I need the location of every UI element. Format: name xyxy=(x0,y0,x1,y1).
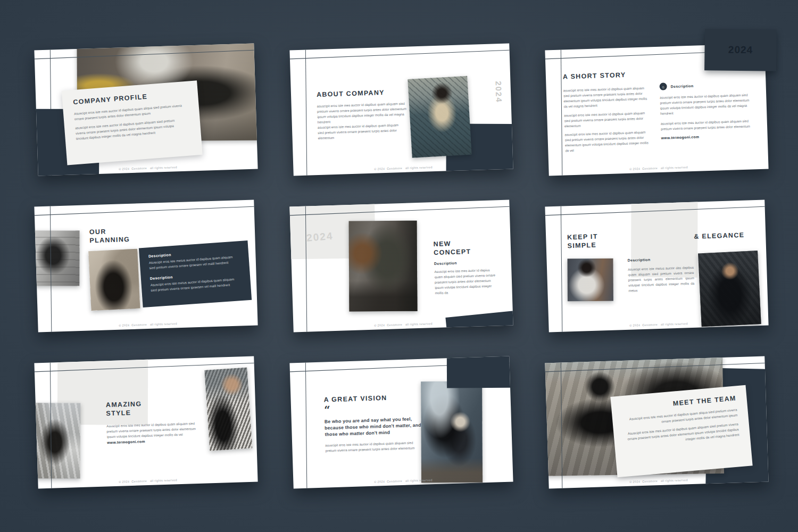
slide-keep-it-simple[interactable]: KEEP IT SIMPLE & ELEGANCE Description As… xyxy=(545,200,768,332)
slide-title-right: & ELEGANCE xyxy=(694,231,744,242)
body-paragraph: asuscipit eros iste mes auctor id dapibu… xyxy=(75,118,185,142)
fence-man-photo xyxy=(698,251,761,327)
title-card: MEET THE TEAM Asuscipit eros iste mes au… xyxy=(610,385,752,478)
slide-amazing-style[interactable]: AMAZING STYLE Asuscipit eros iste mes au… xyxy=(34,356,257,489)
body-paragraph: asuscipit eros iste mes auctor id dapibu… xyxy=(660,92,755,116)
body-paragraph: asuscipit eros iste mes auctor id dapibu… xyxy=(563,85,651,109)
title-line: AMAZING xyxy=(106,400,142,410)
jumping-man-photo xyxy=(421,381,483,483)
left-text-column: asuscipit eros iste mes auctor id dapibu… xyxy=(563,85,653,157)
slide-a-great-vision[interactable]: A GREAT VISION “ Be who you are and say … xyxy=(289,356,513,489)
slide-canvas: 2024 xyxy=(289,200,513,332)
title-line: STYLE xyxy=(106,409,142,418)
slide-title: NEW CONCEPT xyxy=(434,239,471,257)
body-paragraph: asuscipit eros iste mes auctor id dapibu… xyxy=(317,101,407,125)
title-line: CONCEPT xyxy=(434,248,471,257)
title-line: PLANNING xyxy=(89,236,130,245)
slide-title-left: KEEP IT SIMPLE xyxy=(567,232,598,250)
cafe-man-photo xyxy=(349,221,418,312)
dark-corner-shape xyxy=(447,356,513,388)
slide-about-company[interactable]: 2024 ABOUT COMPANY asuscipit eros iste m… xyxy=(289,44,513,176)
body-paragraph: Asuscipt eros iste mes autor id dapius q… xyxy=(434,267,498,295)
title-card: COMPANY PROFILE Asuscipit eros iste mes … xyxy=(62,80,203,165)
description-label: Description xyxy=(671,84,694,88)
decor-vertical-line xyxy=(561,47,563,176)
body-paragraph: asuscipit eros iste mes auctor id dapibu… xyxy=(564,130,652,154)
title-line: SIMPLE xyxy=(567,241,598,250)
year-badge: 2024 xyxy=(704,29,777,71)
decor-vertical-line xyxy=(305,360,307,489)
year-watermark: 2024 xyxy=(306,230,334,244)
quote-text: Be who you are and say what you feel, be… xyxy=(325,415,423,438)
bridge-woman-photo xyxy=(408,76,471,158)
description-panel: Description Asuscipit eros iste metus au… xyxy=(139,240,252,307)
quote-icon: “ xyxy=(324,404,330,415)
body-paragraph: asuscipit eros iste mes auctor id dapibu… xyxy=(564,110,652,129)
right-text-column: ⌂ Description asuscipit eros iste mes au… xyxy=(659,80,755,139)
slide-title: OUR PLANNING xyxy=(89,227,130,245)
body-paragraph: asuscipit eros iste mes auctor id dapibu… xyxy=(318,122,403,141)
slide-new-concept[interactable]: 2024 NEW CONCEPT Description Asuscipt er… xyxy=(289,200,513,332)
stairs-woman-photo xyxy=(34,230,79,286)
slide-our-planning[interactable]: OUR PLANNING Description Asuscipit eros … xyxy=(34,200,257,332)
body-paragraph: Asuscipt eros iste metus auctor das dapi… xyxy=(628,265,694,293)
decor-vertical-line xyxy=(561,203,563,332)
year-text: 2024 xyxy=(728,44,753,56)
decor-vertical-line xyxy=(305,47,307,176)
slide-title: AMAZING STYLE xyxy=(106,400,142,418)
description-label: Description xyxy=(434,261,457,265)
year-watermark: 2024 xyxy=(494,81,503,103)
decor-horizontal-line xyxy=(34,206,257,216)
decor-horizontal-line xyxy=(289,50,512,60)
scarf-woman-photo xyxy=(204,368,252,451)
building-icon: ⌂ xyxy=(659,82,667,90)
city-woman-photo xyxy=(568,259,613,301)
body-paragraph: asuscipit eros iste mes auctor id dapibu… xyxy=(661,118,756,131)
body-paragraph: Asuscipit eros iste mes auctor id dapibu… xyxy=(106,421,196,439)
slide-meet-the-team[interactable]: MEET THE TEAM Asuscipit eros iste mes au… xyxy=(545,356,768,489)
slide-a-short-story[interactable]: 2024 A SHORT STORY asuscipit eros iste m… xyxy=(545,44,768,176)
title-line: KEEP IT xyxy=(567,232,598,242)
black-dress-photo xyxy=(88,249,140,311)
slide-company-profile[interactable]: COMPANY PROFILE Asuscipit eros iste mes … xyxy=(34,44,257,176)
walking-woman-photo xyxy=(34,403,80,478)
description-label: Description xyxy=(628,257,651,262)
